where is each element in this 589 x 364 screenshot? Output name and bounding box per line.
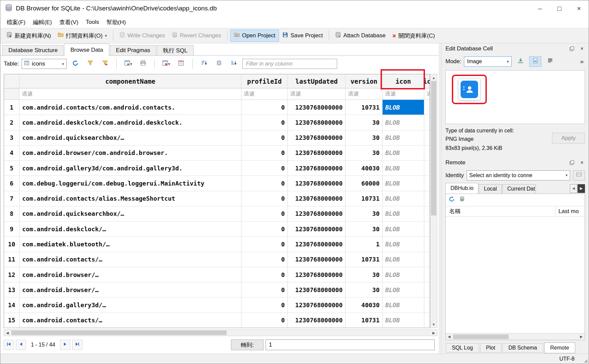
open-project-button[interactable]: Open Project: [230, 30, 279, 42]
column-filter-input[interactable]: 過濾: [288, 88, 346, 99]
cell-lastupdated[interactable]: 1230768000000: [288, 267, 346, 282]
sort-desc-button[interactable]: [228, 58, 240, 69]
cell-profileid[interactable]: 0: [241, 206, 288, 221]
cell-profileid[interactable]: 0: [241, 282, 288, 297]
menu-tools[interactable]: Tools: [82, 17, 103, 27]
cell-profileid[interactable]: 0: [241, 297, 288, 312]
cell-icon-blob[interactable]: BLOB: [383, 297, 424, 312]
more-tools-chevrons-icon[interactable]: »: [580, 58, 585, 65]
cell-componentname[interactable]: com.android.browser/…: [19, 267, 241, 282]
undock-icon[interactable]: [569, 46, 575, 52]
cell-icon-blob[interactable]: BLOB: [383, 237, 424, 251]
revert-changes-button[interactable]: Revert Changes: [168, 30, 225, 41]
menu-file[interactable]: 檔案(F): [3, 17, 29, 28]
tab-edit-pragmas[interactable]: Edit Pragmas: [110, 45, 156, 55]
save-project-button[interactable]: Save Project: [279, 30, 326, 41]
cell-componentname[interactable]: com.android.gallery3d/com.android.galler…: [19, 161, 241, 175]
cell-overflow[interactable]: [424, 297, 430, 312]
cell-overflow[interactable]: [424, 206, 430, 221]
cell-version[interactable]: 30: [346, 206, 383, 221]
cell-version[interactable]: 30: [346, 221, 383, 236]
table-row[interactable]: 7com.android.contacts/alias.MessageShort…: [4, 191, 430, 206]
table-row[interactable]: 15com.android.contacts/…0123076800000010…: [4, 313, 430, 328]
tab-browse-data[interactable]: Browse Data: [64, 44, 109, 56]
row-number[interactable]: 7: [4, 191, 19, 206]
clear-filters-button[interactable]: [99, 58, 111, 69]
tab-scroll-right-button[interactable]: ▶: [578, 184, 585, 193]
scroll-left-arrow[interactable]: ◀: [446, 333, 453, 340]
cell-lastupdated[interactable]: 1230768000000: [288, 146, 346, 160]
minimize-button[interactable]: –: [530, 0, 550, 16]
row-number[interactable]: 13: [4, 282, 19, 297]
delete-record-button[interactable]: ▾: [160, 58, 172, 69]
identity-select[interactable]: Select an identity to conne ▾: [467, 170, 570, 180]
next-record-button[interactable]: [60, 340, 70, 350]
cell-componentname[interactable]: com.android.browser/com.android.browser.: [19, 146, 241, 160]
cell-componentname[interactable]: com.android.contacts/alias.MessageShortc…: [19, 191, 241, 206]
cell-componentname[interactable]: com.android.browser/…: [19, 282, 241, 297]
clone-database-icon[interactable]: [459, 196, 465, 203]
table-row[interactable]: 14com.android.gallery3d/…012307680000004…: [4, 297, 430, 313]
table-row[interactable]: 8com.android.quicksearchbox/…01230768000…: [4, 206, 430, 221]
scroll-right-arrow[interactable]: ▶: [430, 330, 437, 336]
remote-horizontal-scrollbar[interactable]: ◀ ▶: [446, 333, 585, 340]
menu-view[interactable]: 查看(V): [55, 17, 82, 28]
row-number[interactable]: 15: [4, 313, 19, 328]
tab-scroll-left-button[interactable]: ◀: [570, 184, 577, 193]
cell-componentname[interactable]: com.android.contacts/…: [19, 252, 241, 267]
table-select[interactable]: icons ▾: [22, 59, 67, 69]
cell-lastupdated[interactable]: 1230768000000: [288, 176, 346, 191]
goto-button[interactable]: 轉到:: [231, 339, 264, 350]
cell-overflow[interactable]: [424, 191, 430, 206]
cell-overflow[interactable]: [424, 100, 430, 115]
name-column-header[interactable]: 名稱: [446, 206, 556, 216]
column-header-overflow[interactable]: ic: [424, 74, 430, 88]
tab-dbhub[interactable]: DBHub.io: [445, 183, 478, 194]
cell-icon-blob[interactable]: BLOB: [383, 221, 424, 236]
cell-overflow[interactable]: [424, 130, 430, 145]
cell-icon-blob[interactable]: BLOB: [383, 146, 424, 160]
cell-icon-blob[interactable]: BLOB: [383, 267, 424, 282]
refresh-button[interactable]: [69, 58, 81, 69]
table-row[interactable]: 4com.android.browser/com.android.browser…: [4, 146, 430, 161]
cell-version[interactable]: 10731: [346, 252, 383, 267]
maximize-button[interactable]: □: [550, 0, 569, 16]
table-row[interactable]: 10com.mediatek.bluetooth/…01230768000000…: [4, 237, 430, 252]
column-header-version[interactable]: version: [346, 74, 383, 88]
tab-current-database[interactable]: Current Dat: [502, 184, 536, 194]
browse-identity-button[interactable]: [573, 170, 585, 180]
cell-lastupdated[interactable]: 1230768000000: [288, 313, 346, 328]
tab-db-schema[interactable]: DB Schema: [502, 343, 543, 353]
caret-down-icon[interactable]: ▾: [105, 34, 107, 38]
filter-button[interactable]: [84, 58, 96, 69]
cell-profileid[interactable]: 0: [241, 221, 288, 236]
cell-profileid[interactable]: 0: [241, 100, 288, 115]
cell-icon-blob[interactable]: BLOB: [383, 191, 424, 206]
close-dock-icon[interactable]: ×: [579, 46, 585, 52]
table-row[interactable]: 1com.android.contacts/com.android.contac…: [4, 100, 430, 115]
cell-lastupdated[interactable]: 1230768000000: [288, 161, 346, 175]
row-number[interactable]: 2: [4, 115, 19, 130]
cell-lastupdated[interactable]: 1230768000000: [288, 221, 346, 236]
row-number[interactable]: 4: [4, 146, 19, 160]
first-record-button[interactable]: [4, 340, 14, 350]
close-button[interactable]: ×: [569, 0, 589, 16]
table-row[interactable]: 12com.android.browser/…0123076800000030B…: [4, 267, 430, 282]
apply-button[interactable]: Apply: [552, 133, 585, 144]
cell-lastupdated[interactable]: 1230768000000: [288, 115, 346, 130]
column-filter-input[interactable]: 過濾: [383, 88, 424, 99]
column-header-icon[interactable]: icon: [383, 74, 424, 88]
new-record-button[interactable]: ▾: [122, 58, 134, 69]
cell-overflow[interactable]: [424, 221, 430, 236]
menu-help[interactable]: 幫助(H): [103, 17, 130, 28]
table-row[interactable]: 3com.android.quicksearchbox/…01230768000…: [4, 130, 430, 146]
cell-componentname[interactable]: com.debug.loggerui/com.debug.loggerui.Ma…: [19, 176, 241, 191]
cell-icon-blob[interactable]: BLOB: [383, 176, 424, 191]
table-row[interactable]: 2com.android.deskclock/com.android.deskc…: [4, 115, 430, 130]
cell-version[interactable]: 40030: [346, 161, 383, 175]
cell-lastupdated[interactable]: 1230768000000: [288, 282, 346, 297]
cell-version[interactable]: 10731: [346, 191, 383, 206]
close-dock-icon[interactable]: ×: [579, 160, 585, 166]
table-row[interactable]: 5com.android.gallery3d/com.android.galle…: [4, 161, 430, 176]
remote-file-list[interactable]: [446, 217, 585, 333]
